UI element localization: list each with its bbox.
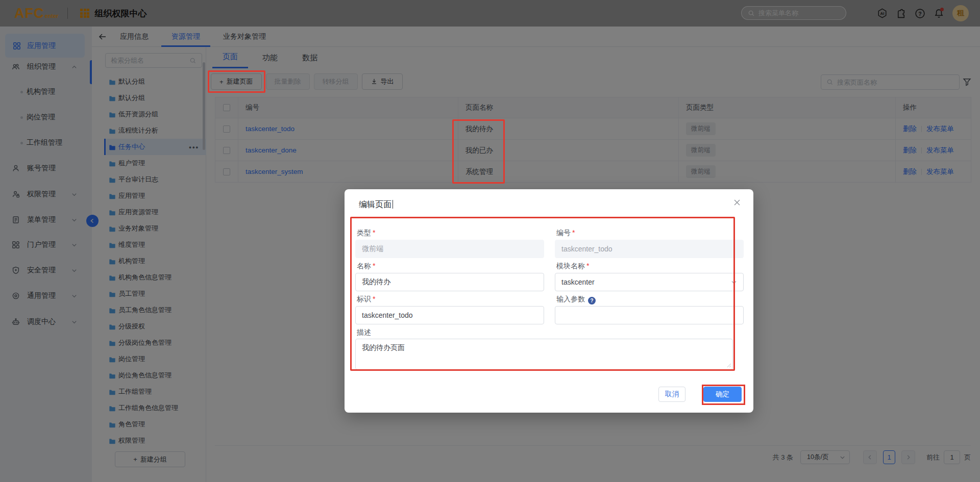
app-root: AFC enter 组织权限中心 AI ? 租 [0,0,980,482]
required-star: * [373,295,375,303]
field-label-desc: 描述 [357,328,371,337]
ident-field[interactable] [355,306,544,324]
required-star: * [373,262,375,270]
params-field[interactable] [555,306,744,324]
module-select-value: taskcenter [561,278,595,286]
code-field[interactable] [555,240,744,258]
text-caret [393,200,393,209]
field-label-name: 名称* [357,262,375,271]
name-field[interactable] [355,273,544,291]
edit-page-modal: 编辑页面 类型* 编号* 名称* 模块名称* taskcenter 标识* 输入… [345,189,753,413]
cancel-button[interactable]: 取消 [658,387,685,402]
type-field[interactable] [355,240,544,258]
field-label-ident: 标识* [357,295,375,304]
help-circle-icon[interactable]: ? [588,297,596,305]
confirm-button[interactable]: 确定 [703,387,742,402]
module-select[interactable]: taskcenter [555,273,744,291]
desc-field[interactable]: 我的待办页面 [355,339,733,370]
required-star: * [373,229,375,237]
field-label-type: 类型* [357,229,375,238]
field-label-module: 模块名称* [556,262,589,271]
field-label-params: 输入参数? [556,295,596,305]
required-star: * [586,262,589,270]
chevron-down-icon [731,279,737,285]
modal-title: 编辑页面 [359,199,393,210]
field-label-code: 编号* [556,229,575,238]
close-icon[interactable] [733,198,741,207]
required-star: * [572,229,575,237]
